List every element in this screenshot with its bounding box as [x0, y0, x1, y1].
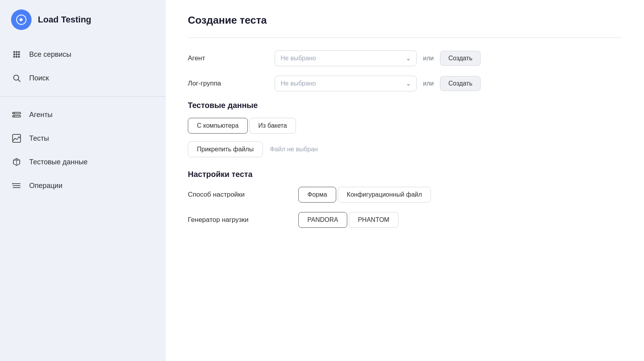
svg-point-3 [16, 51, 18, 53]
agent-select[interactable]: Не выбрано ⌄ [275, 50, 417, 66]
load-generator-label: Генератор нагрузки [188, 216, 298, 224]
phantom-button[interactable]: PHANTOM [349, 212, 399, 228]
search-label: Поиск [29, 74, 49, 82]
load-generator-row: Генератор нагрузки PANDORA PHANTOM [188, 212, 622, 228]
agent-label: Агент [188, 54, 275, 62]
all-services-label: Все сервисы [29, 50, 71, 59]
sidebar-item-all-services[interactable]: Все сервисы [0, 43, 166, 66]
log-group-select-text: Не выбрано [281, 80, 316, 87]
svg-point-16 [14, 116, 15, 117]
app-title: Load Testing [38, 15, 91, 25]
log-group-label: Лог-группа [188, 80, 275, 87]
agent-row: Агент Не выбрано ⌄ или Создать [188, 50, 622, 66]
source-from-computer-button[interactable]: С компьютера [188, 118, 248, 134]
page-title: Создание теста [188, 14, 622, 26]
agents-label: Агенты [29, 111, 52, 119]
sidebar-item-test-data[interactable]: Тестовые данные [0, 150, 166, 174]
attach-row: Прикрепить файлы Файл не выбран [188, 141, 622, 157]
header-divider [188, 37, 622, 38]
svg-point-7 [18, 54, 20, 56]
svg-point-6 [16, 54, 18, 56]
config-form-button[interactable]: Форма [298, 187, 336, 203]
sidebar-item-agents[interactable]: Агенты [0, 103, 166, 127]
log-group-or-text: или [423, 80, 434, 87]
app-logo[interactable] [11, 9, 32, 30]
log-group-control-area: Не выбрано ⌄ или Создать [275, 76, 622, 91]
search-icon [11, 73, 22, 84]
config-file-button[interactable]: Конфигурационный файл [338, 187, 431, 203]
main-nav: Агенты Тесты Тестовые данные [0, 100, 166, 201]
svg-rect-17 [13, 134, 21, 142]
svg-point-10 [18, 56, 20, 58]
tests-label: Тесты [29, 134, 49, 143]
agent-create-button[interactable]: Создать [440, 51, 481, 66]
agent-control-area: Не выбрано ⌄ или Создать [275, 50, 622, 66]
source-toggle-group: С компьютера Из бакета [188, 118, 622, 134]
svg-point-4 [18, 51, 20, 53]
main-content: Создание теста Агент Не выбрано ⌄ или Со… [166, 0, 644, 361]
grid-icon [11, 49, 22, 60]
operations-icon [11, 180, 22, 191]
svg-point-9 [16, 56, 18, 58]
pandora-button[interactable]: PANDORA [298, 212, 347, 228]
test-data-label: Тестовые данные [29, 158, 88, 166]
sidebar-item-search[interactable]: Поиск [0, 66, 166, 90]
log-group-create-button[interactable]: Создать [440, 76, 481, 91]
tests-icon [11, 133, 22, 144]
generator-options: PANDORA PHANTOM [298, 212, 399, 228]
svg-point-2 [13, 51, 15, 53]
sidebar: Load Testing Все сервисы [0, 0, 166, 361]
svg-point-1 [20, 19, 22, 21]
sidebar-item-tests[interactable]: Тесты [0, 127, 166, 150]
svg-point-8 [13, 56, 15, 58]
svg-point-5 [13, 54, 15, 56]
operations-label: Операции [29, 182, 62, 190]
test-data-heading: Тестовые данные [188, 101, 622, 110]
agent-or-text: или [423, 55, 434, 62]
agents-icon [11, 109, 22, 120]
config-method-options: Форма Конфигурационный файл [298, 187, 431, 203]
chevron-down-icon-log: ⌄ [406, 80, 411, 87]
no-file-text: Файл не выбран [270, 146, 318, 153]
log-group-select[interactable]: Не выбрано ⌄ [275, 76, 417, 91]
svg-line-12 [18, 80, 20, 82]
svg-point-15 [14, 113, 15, 114]
agent-select-text: Не выбрано [281, 55, 316, 62]
test-settings-heading: Настройки теста [188, 170, 622, 179]
source-from-bucket-button[interactable]: Из бакета [249, 118, 296, 134]
chevron-down-icon: ⌄ [406, 55, 411, 61]
top-nav: Все сервисы Поиск [0, 39, 166, 93]
config-method-label: Способ настройки [188, 191, 298, 199]
nav-separator [0, 96, 166, 97]
test-data-icon [11, 156, 22, 167]
attach-files-button[interactable]: Прикрепить файлы [188, 141, 263, 157]
sidebar-item-operations[interactable]: Операции [0, 174, 166, 197]
config-method-row: Способ настройки Форма Конфигурационный … [188, 187, 622, 203]
sidebar-header: Load Testing [0, 0, 166, 39]
log-group-row: Лог-группа Не выбрано ⌄ или Создать [188, 76, 622, 91]
